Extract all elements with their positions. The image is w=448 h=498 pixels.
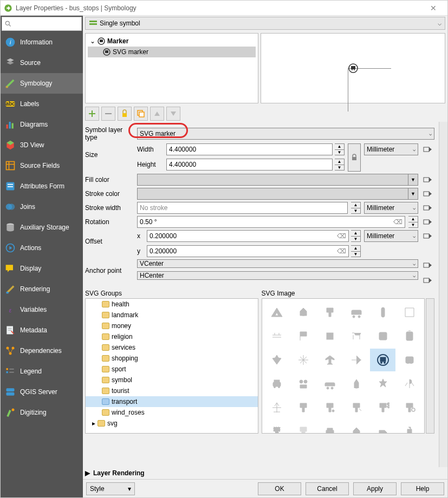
layer-rendering-section[interactable]: ▶ Layer Rendering: [83, 467, 447, 479]
stroke-unit-combo[interactable]: Millimeter⌵: [364, 202, 418, 214]
svg-icon-30[interactable]: [264, 420, 290, 434]
svg-icon-25[interactable]: [290, 396, 316, 419]
renderer-dropdown[interactable]: Single symbol ⌵: [85, 17, 445, 30]
layer-type-combo[interactable]: SVG marker ⌵: [137, 128, 434, 140]
sidebar-item-labels[interactable]: abcLabels: [1, 94, 83, 114]
fill-datadef[interactable]: [421, 174, 434, 186]
sidebar-item-actions[interactable]: Actions: [1, 238, 83, 258]
offset-unit-combo[interactable]: Millimeter⌵: [364, 230, 418, 242]
rotation-input[interactable]: 0.50 °⌫: [137, 216, 405, 228]
svg-icon-22[interactable]: [370, 372, 395, 395]
sidebar-item-metadata[interactable]: Metadata: [1, 320, 83, 340]
svg-icon-33[interactable]: [343, 420, 369, 434]
fill-color[interactable]: ▼: [137, 174, 418, 186]
sidebar-item-3dview[interactable]: 3D View: [1, 135, 83, 155]
sidebar-item-rendering[interactable]: Rendering: [1, 279, 83, 299]
svg-icon-32[interactable]: [317, 420, 342, 434]
offset-x-input[interactable]: 0.200000⌫: [147, 230, 349, 242]
size-unit-combo[interactable]: Millimeter⌵: [364, 143, 418, 155]
stroke-datadef[interactable]: [421, 188, 434, 200]
svg-icon-34[interactable]: [370, 420, 395, 434]
sidebar-item-sourcefields[interactable]: Source Fields: [1, 155, 83, 176]
main-scrollbar[interactable]: [439, 122, 447, 467]
folder-religion[interactable]: religion: [86, 331, 258, 342]
strokewidth-datadef[interactable]: [421, 202, 434, 214]
style-menu[interactable]: Style▾: [86, 482, 135, 495]
svg-icon-28[interactable]: $: [370, 396, 395, 419]
folder-svg-root[interactable]: ▸svg: [86, 418, 258, 429]
folder-sport[interactable]: sport: [86, 364, 258, 375]
add-layer-button[interactable]: [85, 107, 99, 121]
width-input[interactable]: 4.400000: [166, 143, 333, 155]
folder-health[interactable]: health: [86, 299, 258, 310]
height-spinner[interactable]: ▲▼: [335, 159, 345, 171]
remove-layer-button[interactable]: [101, 107, 115, 121]
rotation-datadef[interactable]: [421, 216, 434, 228]
sidebar-item-joins[interactable]: Joins: [1, 196, 83, 217]
folder-symbol[interactable]: symbol: [86, 375, 258, 385]
folder-tourist[interactable]: tourist: [86, 385, 258, 396]
svg-icon-7[interactable]: [290, 325, 316, 348]
cancel-button[interactable]: Cancel: [306, 482, 349, 495]
folder-wind_roses[interactable]: wind_roses: [86, 407, 258, 418]
svg-groups-list[interactable]: healthlandmarkmoneyreligionservicesshopp…: [85, 298, 258, 434]
sidebar-item-qgisserver[interactable]: QGIS Server: [1, 382, 83, 402]
svg-icon-14[interactable]: [317, 349, 342, 371]
folder-landmark[interactable]: landmark: [86, 310, 258, 320]
svg-icon-11[interactable]: [397, 325, 422, 348]
move-down-button[interactable]: [166, 107, 180, 121]
rotation-spinner[interactable]: ▲▼: [408, 216, 418, 228]
svg-icon-21[interactable]: [343, 372, 369, 395]
svg-icon-10[interactable]: [370, 325, 395, 348]
lock-layer-button[interactable]: [118, 107, 132, 121]
sidebar-item-symbology[interactable]: Symbology: [1, 73, 83, 94]
svg-grid-scrollbar[interactable]: [426, 298, 434, 434]
svg-icon-29[interactable]: [397, 396, 422, 419]
svg-icon-5[interactable]: [397, 301, 422, 324]
svg-icon-27[interactable]: [343, 396, 369, 419]
offset-x-spinner[interactable]: ▲▼: [351, 230, 361, 242]
duplicate-layer-button[interactable]: [134, 107, 148, 121]
svg-icon-17[interactable]: [397, 349, 422, 371]
sidebar-item-diagrams[interactable]: Diagrams: [1, 114, 83, 135]
svg-icon-35[interactable]: [397, 420, 422, 434]
anchor-h-combo[interactable]: HCenter⌵: [137, 271, 418, 280]
sidebar-item-dependencies[interactable]: Dependencies: [1, 340, 83, 361]
stroke-color[interactable]: ▼: [137, 188, 418, 200]
expand-icon[interactable]: ⌄: [90, 37, 95, 45]
svg-icon-16[interactable]: [370, 349, 395, 371]
tree-child[interactable]: SVG marker: [88, 47, 256, 57]
offset-y-input[interactable]: 0.200000⌫: [147, 245, 349, 257]
size-datadef[interactable]: [421, 143, 434, 155]
svg-icon-18[interactable]: [264, 372, 290, 395]
svg-icon-15[interactable]: [343, 349, 369, 371]
close-button[interactable]: ✕: [423, 4, 444, 12]
height-input[interactable]: 4.400000: [166, 159, 333, 171]
width-spinner[interactable]: ▲▼: [335, 143, 345, 155]
svg-icon-8[interactable]: [317, 325, 342, 348]
svg-icon-4[interactable]: [370, 301, 395, 324]
svg-icon-0[interactable]: [264, 301, 290, 324]
svg-icon-3[interactable]: [343, 301, 369, 324]
svg-icon-24[interactable]: [264, 396, 290, 419]
anchor-v-datadef[interactable]: [421, 259, 434, 271]
sidebar-item-attributesform[interactable]: Attributes Form: [1, 176, 83, 196]
aspect-lock[interactable]: [348, 143, 361, 172]
symbol-tree[interactable]: ⌄ Marker SVG marker: [85, 33, 258, 103]
help-button[interactable]: Help: [401, 482, 444, 495]
stroke-width-spinner[interactable]: ▲▼: [351, 202, 361, 214]
anchor-h-datadef[interactable]: [421, 274, 434, 286]
svg-icon-23[interactable]: [397, 372, 422, 395]
sidebar-item-source[interactable]: Source: [1, 53, 83, 73]
sidebar-item-digitizing[interactable]: Digitizing: [1, 402, 83, 423]
folder-money[interactable]: money: [86, 320, 258, 331]
svg-icon-12[interactable]: [264, 349, 290, 371]
svg-icon-19[interactable]: [290, 372, 316, 395]
svg-icon-20[interactable]: [317, 372, 342, 395]
sidebar-search[interactable]: [2, 17, 82, 31]
folder-services[interactable]: services: [86, 342, 258, 353]
folder-transport[interactable]: transport: [86, 396, 258, 407]
svg-icon-26[interactable]: [317, 396, 342, 419]
offset-datadef[interactable]: [421, 230, 434, 242]
move-up-button[interactable]: [150, 107, 164, 121]
